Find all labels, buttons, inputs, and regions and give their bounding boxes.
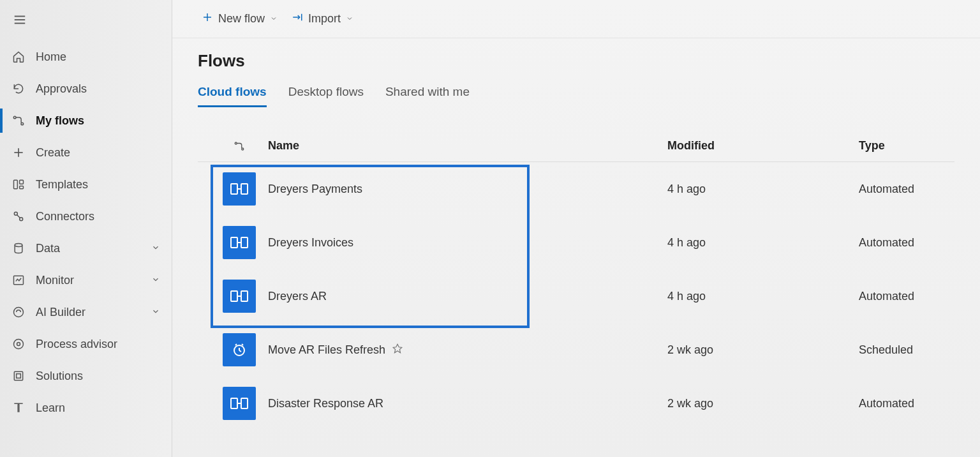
svg-point-23 (235, 142, 237, 144)
sidebar-item-learn[interactable]: Learn (0, 392, 172, 424)
hamburger-icon (13, 13, 27, 27)
tab-shared-with-me[interactable]: Shared with me (385, 85, 470, 107)
plus-icon (11, 146, 26, 160)
sidebar-item-label: Approvals (36, 82, 87, 96)
flow-name: Move AR Files Refresh (268, 343, 385, 357)
sidebar-item-label: AI Builder (36, 306, 85, 319)
sidebar-item-solutions[interactable]: Solutions (0, 360, 172, 392)
flow-modified: 4 h ago (667, 183, 859, 196)
flow-type: Automated (859, 290, 954, 303)
sidebar-item-monitor[interactable]: Monitor (0, 264, 172, 296)
import-label: Import (308, 12, 341, 26)
sidebar-item-process-advisor[interactable]: Process advisor (0, 328, 172, 360)
new-flow-button[interactable]: New flow (198, 9, 281, 29)
table-row[interactable]: Dreyers AR 4 h ago Automated (198, 269, 954, 323)
flow-name: Dreyers Invoices (268, 236, 353, 250)
sidebar-item-ai-builder[interactable]: AI Builder (0, 296, 172, 328)
table-row[interactable]: Dreyers Payments 4 h ago Automated (198, 162, 954, 216)
home-icon (11, 50, 26, 64)
table-row[interactable]: Move AR Files Refresh 2 wk ago Scheduled (198, 323, 954, 377)
monitor-icon (11, 273, 26, 287)
sidebar-item-label: Connectors (36, 210, 94, 223)
sidebar-item-label: Create (36, 146, 70, 160)
flow-name: Disaster Response AR (268, 397, 383, 410)
flow-modified: 2 wk ago (667, 397, 859, 410)
flow-name: Dreyers AR (268, 290, 327, 303)
column-header-name[interactable]: Name (268, 139, 667, 153)
table-row[interactable]: Dreyers Invoices 4 h ago Automated (198, 216, 954, 269)
sidebar-item-templates[interactable]: Templates (0, 169, 172, 200)
svg-marker-37 (393, 344, 402, 353)
data-icon (11, 241, 26, 255)
svg-rect-9 (20, 186, 24, 189)
sidebar-item-label: Home (36, 50, 66, 64)
main-content: New flow Import Flows Cloud flows Deskto… (172, 0, 980, 457)
flow-name: Dreyers Payments (268, 183, 362, 196)
templates-icon (11, 177, 26, 191)
sidebar-item-label: Process advisor (36, 338, 117, 351)
column-header-modified[interactable]: Modified (667, 139, 859, 153)
tab-cloud-flows[interactable]: Cloud flows (198, 85, 267, 107)
chevron-down-icon (346, 12, 353, 26)
table-row[interactable]: Disaster Response AR 2 wk ago Automated (198, 377, 954, 430)
learn-icon (11, 401, 26, 415)
svg-point-14 (14, 308, 24, 317)
process-advisor-icon (11, 337, 26, 351)
chevron-down-icon (151, 306, 160, 319)
flow-modified: 2 wk ago (667, 343, 859, 357)
svg-rect-39 (241, 398, 248, 408)
svg-rect-31 (231, 291, 237, 301)
sidebar-item-home[interactable]: Home (0, 41, 172, 73)
chevron-down-icon (151, 242, 160, 255)
flow-modified: 4 h ago (667, 290, 859, 303)
sidebar-item-label: Data (36, 242, 60, 255)
sidebar-item-label: Monitor (36, 274, 74, 287)
column-header-type[interactable]: Type (859, 139, 954, 153)
svg-point-12 (15, 244, 22, 247)
svg-line-36 (239, 350, 241, 352)
solutions-icon (11, 369, 26, 383)
import-button[interactable]: Import (288, 9, 357, 29)
svg-point-4 (21, 123, 24, 125)
sidebar-item-approvals[interactable]: Approvals (0, 73, 172, 105)
plus-icon (202, 11, 213, 26)
svg-point-24 (242, 148, 244, 150)
sidebar-item-connectors[interactable]: Connectors (0, 200, 172, 232)
flow-type: Automated (859, 236, 954, 250)
chevron-down-icon (151, 274, 160, 287)
connectors-icon (11, 209, 26, 223)
page-title: Flows (198, 51, 954, 71)
table-header-row: Name Modified Type (198, 139, 954, 162)
flow-icon (11, 114, 26, 128)
svg-rect-38 (231, 398, 237, 408)
flow-type: Scheduled (859, 343, 954, 357)
page-header-area: Flows Cloud flows Desktop flows Shared w… (172, 38, 980, 107)
chevron-down-icon (270, 12, 278, 26)
svg-point-3 (13, 116, 16, 119)
svg-rect-18 (17, 374, 21, 378)
svg-rect-28 (231, 237, 237, 248)
hamburger-menu-button[interactable] (0, 8, 172, 41)
sidebar-item-create[interactable]: Create (0, 137, 172, 169)
flow-connector-icon (223, 387, 256, 420)
flow-connector-icon (223, 172, 256, 206)
flow-type: Automated (859, 397, 954, 410)
import-icon (292, 11, 303, 26)
svg-point-16 (17, 343, 20, 346)
sidebar-item-my-flows[interactable]: My flows (0, 105, 172, 137)
svg-point-15 (14, 340, 24, 349)
sidebar-item-data[interactable]: Data (0, 232, 172, 264)
svg-rect-7 (14, 180, 18, 188)
approvals-icon (11, 82, 26, 96)
tab-desktop-flows[interactable]: Desktop flows (288, 85, 364, 107)
sidebar-item-label: My flows (36, 114, 84, 128)
svg-rect-29 (241, 237, 248, 248)
flows-table: Name Modified Type Dreyers Payments 4 h … (172, 139, 980, 430)
new-flow-label: New flow (218, 12, 265, 26)
flows-tabs: Cloud flows Desktop flows Shared with me (198, 85, 954, 107)
flow-type: Automated (859, 183, 954, 196)
flow-connector-icon (223, 226, 256, 259)
svg-rect-32 (241, 291, 248, 301)
sidebar-item-label: Solutions (36, 370, 83, 383)
schedule-icon (223, 333, 256, 366)
